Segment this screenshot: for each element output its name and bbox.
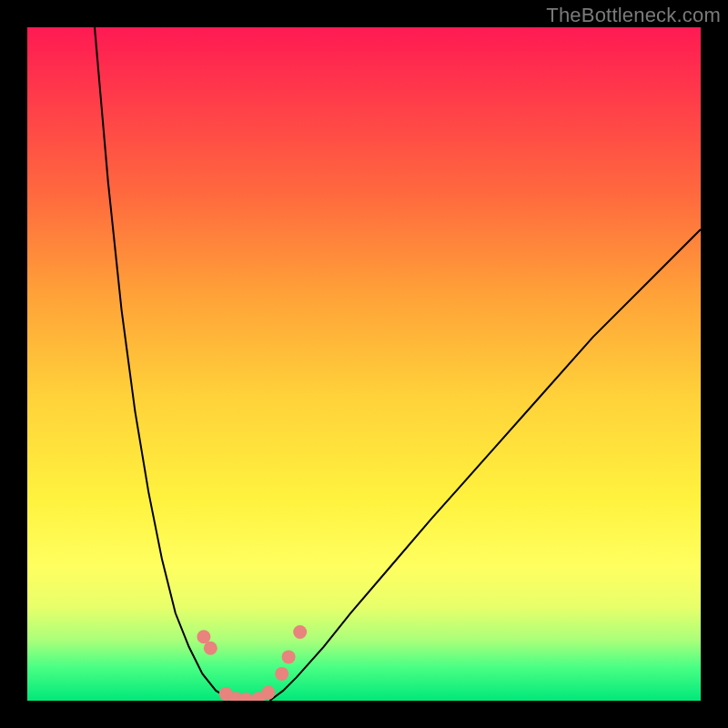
watermark-text: TheBottleneck.com: [546, 4, 721, 27]
right-curve: [269, 229, 701, 701]
marker-point: [197, 630, 210, 643]
markers-group: [197, 625, 307, 701]
chart-plot-area: [27, 27, 701, 701]
marker-point: [293, 625, 307, 639]
marker-point: [239, 693, 253, 701]
marker-point: [275, 667, 288, 681]
marker-point: [282, 650, 296, 663]
chart-svg: [27, 27, 701, 701]
marker-point: [204, 642, 217, 655]
left-curve: [95, 27, 243, 701]
marker-point: [261, 686, 275, 700]
